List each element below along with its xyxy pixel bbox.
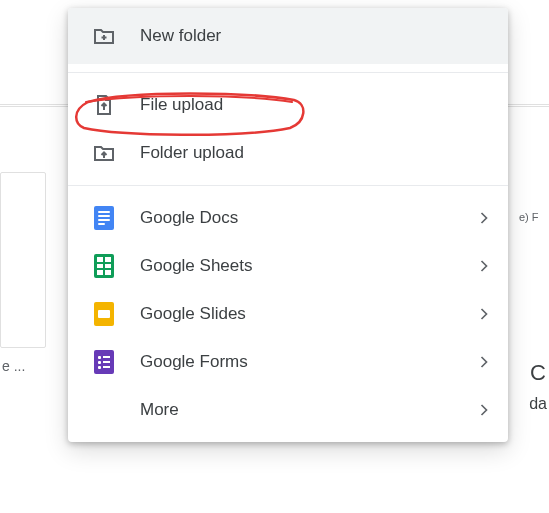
menu-item-label: More (140, 400, 472, 420)
menu-item-label: Folder upload (140, 143, 496, 163)
menu-item-file-upload[interactable]: File upload (68, 81, 508, 129)
chevron-right-icon (472, 398, 496, 422)
menu-item-google-forms[interactable]: Google Forms (68, 338, 508, 386)
menu-item-more[interactable]: More (68, 386, 508, 434)
chevron-right-icon (472, 206, 496, 230)
bg-right-snippet: e) F (519, 210, 547, 330)
file-upload-icon (92, 93, 116, 117)
menu-separator (68, 185, 508, 186)
menu-item-folder-upload[interactable]: Folder upload (68, 129, 508, 177)
folder-upload-icon (92, 141, 116, 165)
menu-item-label: File upload (140, 95, 496, 115)
chevron-right-icon (472, 302, 496, 326)
menu-separator (68, 72, 508, 73)
google-docs-icon (92, 206, 116, 230)
google-sheets-icon (92, 254, 116, 278)
google-forms-icon (92, 350, 116, 374)
chevron-right-icon (472, 350, 496, 374)
menu-item-label: New folder (140, 26, 496, 46)
menu-item-google-slides[interactable]: Google Slides (68, 290, 508, 338)
menu-item-label: Google Docs (140, 208, 472, 228)
bg-right-word: da (529, 395, 547, 413)
new-context-menu: New folder File upload Folder upload Goo… (68, 8, 508, 442)
menu-item-label: Google Forms (140, 352, 472, 372)
menu-item-label: Google Sheets (140, 256, 472, 276)
bg-card-caption: e ... (2, 358, 25, 374)
menu-item-label: Google Slides (140, 304, 472, 324)
chevron-right-icon (472, 254, 496, 278)
google-slides-icon (92, 302, 116, 326)
menu-item-google-docs[interactable]: Google Docs (68, 194, 508, 242)
folder-plus-icon (92, 24, 116, 48)
menu-item-google-sheets[interactable]: Google Sheets (68, 242, 508, 290)
blank-icon (92, 398, 116, 422)
menu-item-new-folder[interactable]: New folder (68, 8, 508, 64)
bg-right-letter: C (530, 360, 546, 386)
